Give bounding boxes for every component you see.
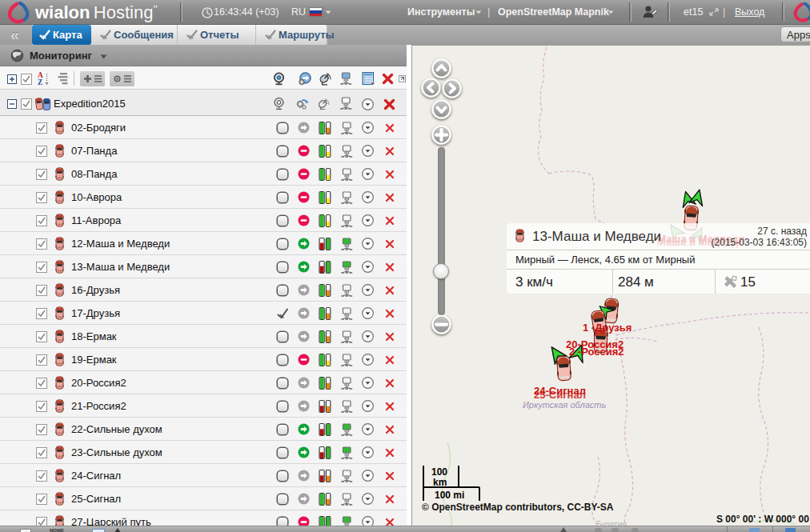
svg-text:Z: Z <box>38 78 42 86</box>
